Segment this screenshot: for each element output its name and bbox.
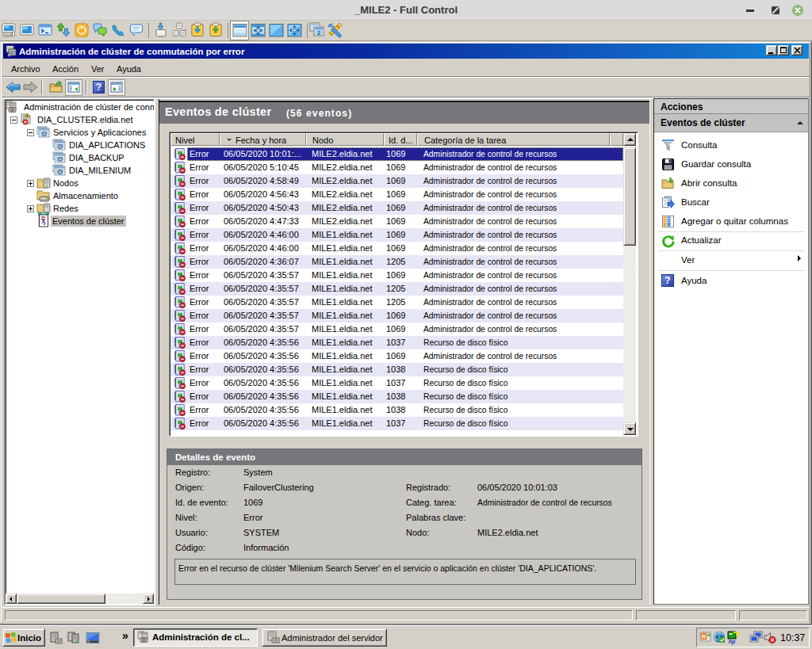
svg-text:hp: hp [729,639,736,645]
svg-text:C: C [174,31,178,36]
svg-text:R: R [702,633,707,640]
svg-text:D: D [182,31,185,36]
svg-text:2: 2 [317,29,320,36]
